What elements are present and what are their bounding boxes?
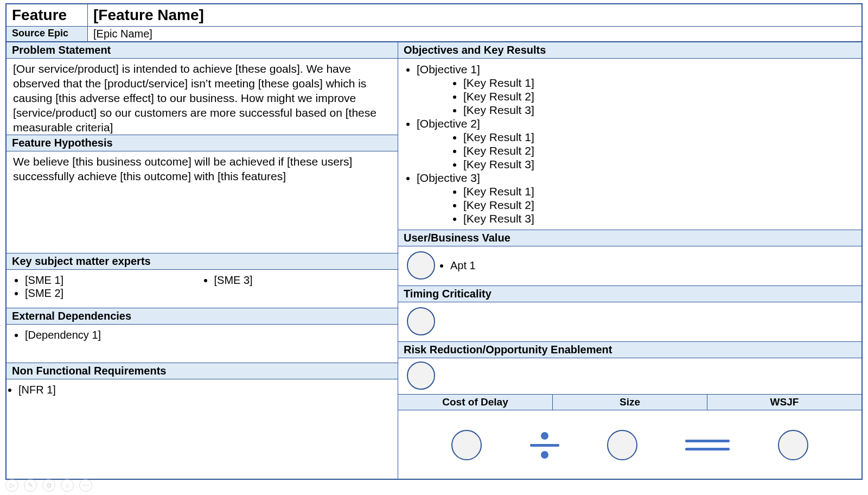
- key-result-item: [Key Result 3]: [463, 104, 855, 117]
- wsjf-header-row: Cost of Delay Size WSJF: [398, 394, 861, 410]
- rroe-row: [398, 358, 861, 394]
- key-result-item: [Key Result 3]: [463, 158, 855, 171]
- size-circle-icon: [607, 430, 637, 460]
- timing-score-circle-icon: [407, 307, 435, 335]
- key-result-item: [Key Result 3]: [463, 212, 855, 225]
- nfr-list: [NFR 1]: [7, 379, 398, 479]
- sme-item: [SME 1]: [25, 274, 202, 287]
- rroe-header: Risk Reduction/Opportunity Enablement: [398, 341, 861, 358]
- feature-row: Feature [Feature Name]: [7, 4, 861, 27]
- problem-statement-header: Problem Statement: [7, 42, 398, 59]
- zoom-button[interactable]: ⌕: [61, 479, 74, 492]
- play-button[interactable]: ▷: [5, 479, 18, 492]
- feature-hypothesis-header: Feature Hypothesis: [7, 135, 398, 151]
- sme-header: Key subject matter experts: [7, 253, 398, 270]
- timing-criticality-header: Timing Criticality: [398, 285, 861, 302]
- feature-canvas: Feature [Feature Name] Source Epic [Epic…: [5, 3, 863, 480]
- timing-criticality-row: [398, 302, 861, 341]
- key-result-item: [Key Result 2]: [463, 90, 855, 103]
- source-epic-label: Source Epic: [7, 27, 88, 41]
- presenter-controls: ▷ ✎ ⧉ ⌕ ⋯: [5, 479, 92, 492]
- problem-statement-text: [Our service/product] is intended to ach…: [7, 59, 398, 135]
- feature-name-value: [Feature Name]: [88, 4, 861, 26]
- key-result-item: [Key Result 2]: [463, 199, 855, 212]
- wsjf-label: WSJF: [707, 395, 861, 410]
- cost-of-delay-circle-icon: [451, 430, 482, 460]
- value-item: Apt 1: [450, 259, 476, 272]
- sme-item: [SME 3]: [214, 274, 392, 287]
- key-result-item: [Key Result 1]: [463, 77, 855, 90]
- objective-item: [Objective 3] [Key Result 1] [Key Result…: [417, 172, 855, 225]
- left-column: Problem Statement [Our service/product] …: [7, 42, 398, 479]
- right-column: Objectives and Key Results [Objective 1]…: [398, 42, 861, 479]
- nfr-item: [NFR 1]: [18, 384, 391, 396]
- objective-item: [Objective 1] [Key Result 1] [Key Result…: [417, 63, 855, 117]
- sme-item: [SME 2]: [25, 287, 202, 300]
- more-button[interactable]: ⋯: [79, 479, 92, 492]
- value-score-circle-icon: [407, 251, 435, 280]
- nfr-header: Non Functional Requirements: [7, 363, 398, 379]
- user-business-value-header: User/Business Value: [398, 230, 861, 246]
- key-result-item: [Key Result 1]: [463, 131, 855, 144]
- cost-of-delay-label: Cost of Delay: [398, 395, 553, 410]
- okr-header: Objectives and Key Results: [398, 42, 861, 59]
- objective-item: [Objective 2] [Key Result 1] [Key Result…: [417, 117, 855, 171]
- dependency-item: [Dependency 1]: [25, 329, 391, 341]
- divide-icon: [530, 432, 559, 459]
- key-result-item: [Key Result 2]: [463, 144, 855, 157]
- wsjf-circle-icon: [778, 430, 808, 460]
- pen-button[interactable]: ✎: [24, 479, 37, 492]
- okr-list: [Objective 1] [Key Result 1] [Key Result…: [398, 59, 861, 230]
- feature-hypothesis-text: We believe [this business outcome] will …: [7, 151, 398, 253]
- wsjf-formula-row: [398, 410, 861, 479]
- size-label: Size: [553, 395, 707, 410]
- key-result-item: [Key Result 1]: [463, 185, 855, 198]
- feature-label: Feature: [7, 4, 88, 26]
- body-columns: Problem Statement [Our service/product] …: [7, 42, 861, 479]
- dependencies-list: [Dependency 1]: [7, 325, 398, 363]
- source-epic-row: Source Epic [Epic Name]: [7, 27, 861, 42]
- external-dependencies-header: External Dependencies: [7, 308, 398, 325]
- equals-icon: [685, 440, 730, 450]
- rroe-score-circle-icon: [407, 361, 435, 390]
- source-epic-value: [Epic Name]: [88, 27, 861, 41]
- subtitles-button[interactable]: ⧉: [42, 479, 55, 492]
- user-business-value-row: Apt 1: [398, 246, 861, 285]
- sme-list: [SME 1] [SME 2] [SME 3]: [7, 270, 398, 308]
